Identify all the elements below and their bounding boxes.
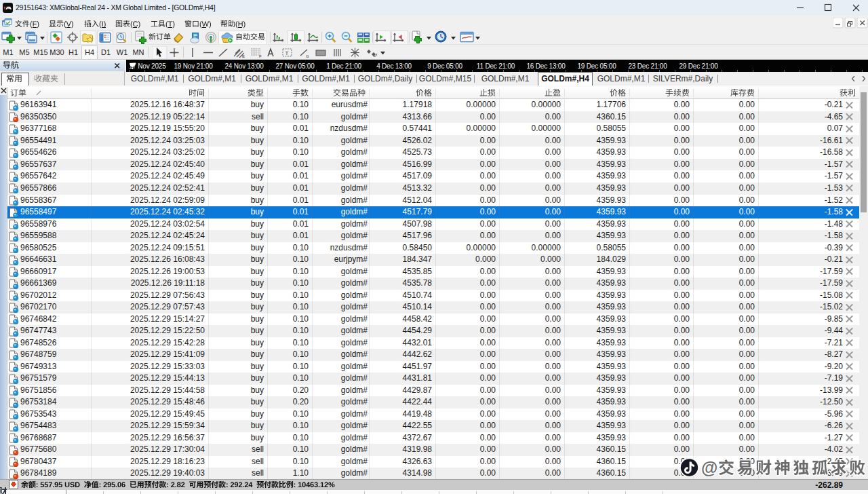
svg-text:E: E [242,54,245,58]
svg-text:T: T [285,50,289,56]
svg-text:F: F [259,54,262,58]
svg-text:@: @ [701,458,717,477]
svg-text:G: G [306,54,309,58]
